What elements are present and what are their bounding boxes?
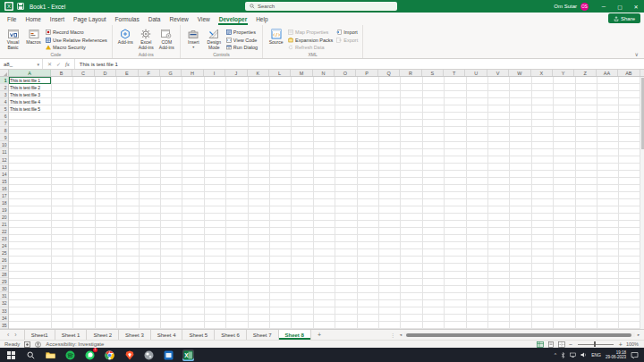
minimize-button[interactable]: ─ — [596, 0, 612, 13]
column-header-V[interactable]: V — [487, 70, 509, 77]
row-header-8[interactable]: 8 — [0, 127, 8, 134]
row-header-20[interactable]: 20 — [0, 214, 8, 221]
column-header-AB[interactable]: AB — [618, 70, 640, 77]
column-header-O[interactable]: O — [335, 70, 356, 77]
column-header-S[interactable]: S — [422, 70, 444, 77]
source-button[interactable]: Source — [266, 27, 286, 46]
restore-button[interactable]: ▢ — [612, 0, 628, 13]
clock[interactable]: 19:18 29-06-2023 — [606, 350, 626, 359]
close-button[interactable]: ✕ — [628, 0, 644, 13]
use-relative-references-button[interactable]: Use Relative References — [44, 37, 109, 45]
zoom-in-button[interactable]: + — [619, 341, 623, 348]
notifications-icon[interactable] — [631, 351, 639, 359]
user-avatar[interactable]: OS — [580, 3, 589, 11]
com-addins-button[interactable]: COM Add-ins — [157, 27, 177, 51]
column-header-Y[interactable]: Y — [553, 70, 574, 77]
name-box-caret-icon[interactable]: ▾ — [37, 62, 39, 67]
column-header-H[interactable]: H — [182, 70, 203, 77]
save-icon[interactable] — [17, 3, 24, 10]
row-header-7[interactable]: 7 — [0, 120, 8, 127]
column-header-B[interactable]: B — [51, 70, 72, 77]
name-box[interactable]: a8_ ▾ — [0, 59, 43, 69]
language-indicator[interactable]: ENG — [591, 352, 601, 358]
brave-button[interactable] — [123, 349, 135, 361]
row-header-13[interactable]: 13 — [0, 164, 8, 171]
import-button[interactable]: Import — [335, 29, 360, 37]
macros-button[interactable]: Macros — [23, 27, 44, 46]
taskbar-search-button[interactable] — [25, 349, 37, 361]
column-header-I[interactable]: I — [204, 70, 225, 77]
run-dialog-button[interactable]: Run Dialog — [225, 44, 259, 52]
column-header-P[interactable]: P — [356, 70, 377, 77]
sheet-tab-sheet-3[interactable]: Sheet 3 — [119, 330, 151, 340]
row-header-4[interactable]: 4 — [0, 98, 8, 105]
column-header-F[interactable]: F — [139, 70, 160, 77]
tab-formulas[interactable]: Formulas — [111, 14, 144, 25]
column-header-T[interactable]: T — [444, 70, 465, 77]
page-layout-view-icon[interactable] — [547, 341, 555, 348]
row-header-1[interactable]: 1 — [0, 77, 8, 84]
blue-app-button[interactable] — [163, 349, 174, 361]
row-header-33[interactable]: 33 — [0, 307, 8, 315]
row-header-22[interactable]: 22 — [0, 228, 8, 235]
accessibility-icon[interactable] — [35, 341, 41, 348]
sheet-tab-sheet-7[interactable]: Sheet 7 — [247, 330, 279, 340]
start-button[interactable] — [5, 349, 17, 361]
column-header-D[interactable]: D — [95, 70, 116, 77]
formula-input[interactable]: This is test file 1 — [75, 59, 644, 69]
collapse-ribbon-icon[interactable]: ∨ — [635, 52, 639, 57]
scroll-right-icon[interactable]: ► — [637, 333, 640, 337]
tab-review[interactable]: Review — [165, 14, 192, 25]
sheet-tab-sheet-6[interactable]: Sheet 6 — [215, 330, 247, 340]
column-header-AA[interactable]: AA — [597, 70, 618, 77]
row-header-30[interactable]: 30 — [0, 285, 8, 292]
view-code-button[interactable]: View Code — [225, 37, 259, 45]
row-header-28[interactable]: 28 — [0, 271, 8, 278]
row-header-34[interactable]: 34 — [0, 315, 8, 322]
network-icon[interactable] — [570, 352, 576, 358]
addins-button[interactable]: Add-ins — [115, 27, 136, 46]
sheet-tab-sheet-1[interactable]: Sheet 1 — [55, 330, 88, 340]
normal-view-icon[interactable] — [537, 341, 544, 348]
row-header-25[interactable]: 25 — [0, 249, 8, 257]
spotify-button[interactable] — [64, 349, 76, 361]
column-header-Z[interactable]: Z — [574, 70, 596, 77]
user-name[interactable]: Om Sutar — [554, 4, 577, 9]
insert-function-icon[interactable]: fx — [65, 61, 70, 67]
sheet-tab-sheet-2[interactable]: Sheet 2 — [87, 330, 119, 340]
tab-help[interactable]: Help — [251, 14, 272, 25]
tab-file[interactable]: File — [3, 14, 21, 25]
cells-area[interactable]: This is test file 1This is test file 2Th… — [9, 77, 644, 329]
row-header-16[interactable]: 16 — [0, 185, 8, 192]
row-header-21[interactable]: 21 — [0, 221, 8, 228]
page-break-view-icon[interactable] — [558, 341, 565, 348]
column-header-G[interactable]: G — [160, 70, 182, 77]
zoom-out-button[interactable]: − — [569, 341, 572, 348]
scroll-left-icon[interactable]: ◄ — [399, 333, 402, 337]
row-header-5[interactable]: 5 — [0, 105, 8, 113]
row-header-24[interactable]: 24 — [0, 242, 8, 249]
visual-basic-button[interactable]: Visual Basic — [3, 27, 23, 51]
cell-A3[interactable]: This is test file 3 — [10, 91, 64, 98]
row-header-14[interactable]: 14 — [0, 171, 8, 178]
column-header-U[interactable]: U — [465, 70, 487, 77]
chrome-button[interactable] — [104, 349, 115, 361]
macro-record-icon[interactable] — [24, 341, 30, 348]
insert-control-button[interactable]: Insert ▾ — [183, 27, 204, 49]
row-header-3[interactable]: 3 — [0, 91, 8, 98]
column-header-W[interactable]: W — [509, 70, 530, 77]
tab-home[interactable]: Home — [21, 14, 45, 25]
row-header-29[interactable]: 29 — [0, 278, 8, 285]
column-header-L[interactable]: L — [269, 70, 291, 77]
horizontal-scrollbar-thumb[interactable] — [406, 333, 631, 337]
accessibility-status[interactable]: Accessibility: Investigate — [46, 341, 104, 347]
row-header-23[interactable]: 23 — [0, 235, 8, 242]
row-header-32[interactable]: 32 — [0, 299, 8, 307]
record-macro-button[interactable]: Record Macro — [44, 29, 109, 37]
hidden-icons-button[interactable]: ^ — [555, 352, 556, 358]
tab-developer[interactable]: Developer — [215, 14, 251, 25]
sheet-tab-sheet-8-active[interactable]: Sheet 8 — [279, 330, 311, 340]
column-header-Q[interactable]: Q — [378, 70, 400, 77]
export-button[interactable]: Export — [335, 37, 360, 45]
tab-data[interactable]: Data — [144, 14, 165, 25]
